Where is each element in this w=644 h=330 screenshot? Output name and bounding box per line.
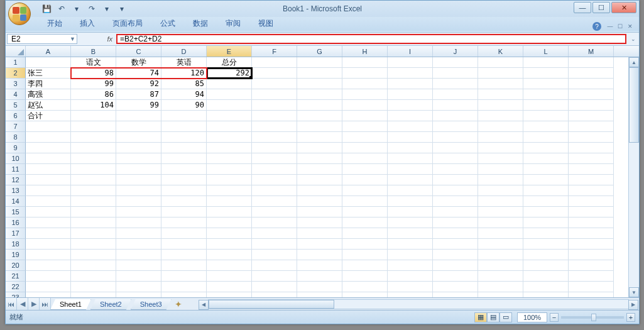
cell-H23[interactable]: [342, 292, 388, 297]
cell-D11[interactable]: [161, 164, 207, 175]
help-icon[interactable]: ?: [592, 22, 601, 31]
cell-G1[interactable]: [297, 57, 342, 68]
cell-H8[interactable]: [342, 132, 388, 143]
cell-H2[interactable]: [342, 68, 388, 79]
cell-I9[interactable]: [388, 143, 433, 153]
office-button[interactable]: [8, 3, 31, 25]
cell-J20[interactable]: [433, 260, 478, 271]
cell-F1[interactable]: [252, 57, 297, 68]
cell-A18[interactable]: [26, 239, 71, 250]
view-normal-icon[interactable]: ▦: [474, 312, 487, 322]
cell-G18[interactable]: [297, 239, 342, 250]
sheet-tab-2[interactable]: Sheet2: [90, 299, 131, 310]
tab-home[interactable]: 开始: [38, 16, 71, 31]
row-header-13[interactable]: 13: [6, 185, 26, 196]
cell-J3[interactable]: [433, 79, 478, 89]
cell-J19[interactable]: [433, 250, 478, 260]
cell-K8[interactable]: [478, 132, 523, 143]
cell-K15[interactable]: [478, 207, 523, 217]
cell-H5[interactable]: [342, 100, 388, 111]
cell-A2[interactable]: 张三: [26, 68, 71, 79]
tab-view[interactable]: 视图: [249, 16, 282, 31]
row-header-16[interactable]: 16: [6, 217, 26, 228]
cell-F8[interactable]: [252, 132, 297, 143]
cell-A4[interactable]: 高强: [26, 89, 71, 100]
zoom-in-button[interactable]: +: [626, 313, 635, 322]
cell-M16[interactable]: [569, 217, 614, 228]
cell-M3[interactable]: [569, 79, 614, 89]
cell-L21[interactable]: [523, 271, 569, 282]
cell-I22[interactable]: [388, 282, 433, 292]
row-header-23[interactable]: 23: [6, 292, 26, 297]
cell-I12[interactable]: [388, 175, 433, 185]
cell-I10[interactable]: [388, 153, 433, 164]
cell-D23[interactable]: [161, 292, 207, 297]
cell-G21[interactable]: [297, 271, 342, 282]
cell-K14[interactable]: [478, 196, 523, 207]
cell-C19[interactable]: [116, 250, 161, 260]
cell-G16[interactable]: [297, 217, 342, 228]
cell-I13[interactable]: [388, 185, 433, 196]
cell-L7[interactable]: [523, 121, 569, 132]
sheet-nav-last-icon[interactable]: ⏭: [40, 298, 51, 310]
cell-L2[interactable]: [523, 68, 569, 79]
cell-I5[interactable]: [388, 100, 433, 111]
cell-F20[interactable]: [252, 260, 297, 271]
col-header-F[interactable]: F: [252, 46, 297, 57]
cell-A3[interactable]: 李四: [26, 79, 71, 89]
cell-L19[interactable]: [523, 250, 569, 260]
row-header-4[interactable]: 4: [6, 89, 26, 100]
cell-K3[interactable]: [478, 79, 523, 89]
cell-B21[interactable]: [71, 271, 116, 282]
col-header-J[interactable]: J: [433, 46, 478, 57]
cell-E2[interactable]: 292: [207, 68, 252, 79]
cell-H7[interactable]: [342, 121, 388, 132]
cell-G20[interactable]: [297, 260, 342, 271]
zoom-out-button[interactable]: −: [550, 313, 559, 322]
cell-F5[interactable]: [252, 100, 297, 111]
sheet-nav-first-icon[interactable]: ⏮: [6, 298, 17, 310]
cell-D6[interactable]: [161, 111, 207, 121]
cell-L22[interactable]: [523, 282, 569, 292]
row-header-5[interactable]: 5: [6, 100, 26, 111]
cell-C20[interactable]: [116, 260, 161, 271]
formula-input[interactable]: =B2+C2+D2: [116, 34, 626, 44]
vscroll-thumb[interactable]: [629, 67, 639, 143]
cell-K22[interactable]: [478, 282, 523, 292]
cell-I3[interactable]: [388, 79, 433, 89]
cell-E6[interactable]: [207, 111, 252, 121]
col-header-H[interactable]: H: [342, 46, 388, 57]
cell-F19[interactable]: [252, 250, 297, 260]
sheet-tab-3[interactable]: Sheet3: [131, 299, 172, 310]
cell-M9[interactable]: [569, 143, 614, 153]
col-header-K[interactable]: K: [478, 46, 523, 57]
cell-J1[interactable]: [433, 57, 478, 68]
cell-E5[interactable]: [207, 100, 252, 111]
cell-D13[interactable]: [161, 185, 207, 196]
cell-C5[interactable]: 99: [116, 100, 161, 111]
cell-H6[interactable]: [342, 111, 388, 121]
cell-L17[interactable]: [523, 228, 569, 239]
col-header-I[interactable]: I: [388, 46, 433, 57]
cell-J21[interactable]: [433, 271, 478, 282]
cell-C22[interactable]: [116, 282, 161, 292]
cell-E18[interactable]: [207, 239, 252, 250]
cell-C8[interactable]: [116, 132, 161, 143]
cell-M12[interactable]: [569, 175, 614, 185]
cell-G15[interactable]: [297, 207, 342, 217]
cell-H12[interactable]: [342, 175, 388, 185]
cell-F9[interactable]: [252, 143, 297, 153]
cell-H17[interactable]: [342, 228, 388, 239]
cell-H14[interactable]: [342, 196, 388, 207]
cell-M20[interactable]: [569, 260, 614, 271]
cell-L10[interactable]: [523, 153, 569, 164]
cell-L1[interactable]: [523, 57, 569, 68]
cell-E3[interactable]: [207, 79, 252, 89]
cell-G4[interactable]: [297, 89, 342, 100]
cell-B3[interactable]: 99: [71, 79, 116, 89]
cell-M15[interactable]: [569, 207, 614, 217]
cell-E16[interactable]: [207, 217, 252, 228]
save-icon[interactable]: 💾: [41, 3, 52, 14]
cell-G13[interactable]: [297, 185, 342, 196]
view-page-break-icon[interactable]: ▭: [499, 312, 512, 322]
